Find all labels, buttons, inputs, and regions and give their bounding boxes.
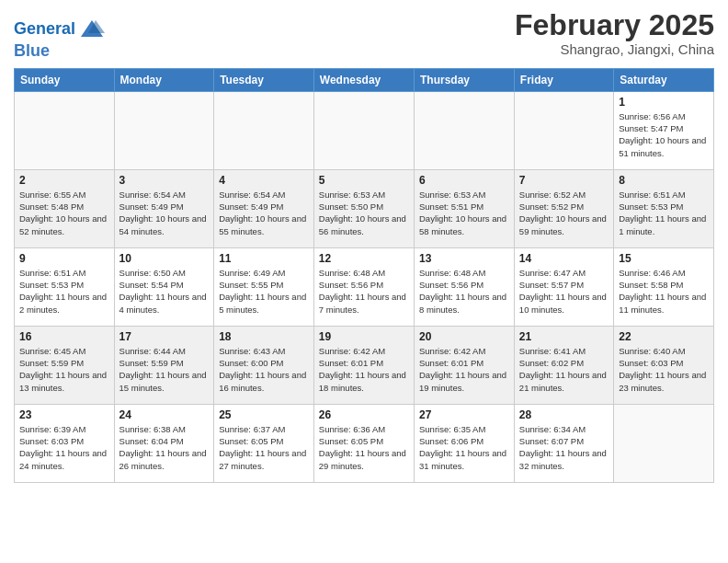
day-number: 28 [519,408,609,421]
day-info: Sunrise: 6:54 AM Sunset: 5:49 PM Dayligh… [119,189,210,237]
page: General Blue February 2025 Shangrao, Jia… [0,0,728,563]
day-number: 13 [419,252,509,265]
day-number: 25 [219,408,309,421]
day-number: 19 [319,330,409,343]
day-info: Sunrise: 6:54 AM Sunset: 5:49 PM Dayligh… [219,189,309,237]
calendar-cell: 15Sunrise: 6:46 AM Sunset: 5:58 PM Dayli… [614,247,714,326]
day-info: Sunrise: 6:48 AM Sunset: 5:56 PM Dayligh… [319,267,409,316]
day-info: Sunrise: 6:49 AM Sunset: 5:55 PM Dayligh… [219,267,309,316]
day-number: 1 [619,96,709,109]
day-info: Sunrise: 6:52 AM Sunset: 5:52 PM Dayligh… [519,189,609,237]
calendar-cell [514,91,613,169]
col-header-friday: Friday [514,68,613,91]
col-header-monday: Monday [114,68,214,91]
calendar-cell: 18Sunrise: 6:43 AM Sunset: 6:00 PM Dayli… [214,326,314,404]
day-info: Sunrise: 6:48 AM Sunset: 5:56 PM Dayligh… [419,267,509,316]
calendar-cell: 28Sunrise: 6:34 AM Sunset: 6:07 PM Dayli… [514,404,613,482]
day-number: 27 [419,408,509,421]
week-row-2: 2Sunrise: 6:55 AM Sunset: 5:48 PM Daylig… [15,169,714,247]
day-number: 23 [19,408,109,421]
day-info: Sunrise: 6:45 AM Sunset: 5:59 PM Dayligh… [19,345,109,394]
day-info: Sunrise: 6:38 AM Sunset: 6:04 PM Dayligh… [119,423,210,472]
day-info: Sunrise: 6:53 AM Sunset: 5:51 PM Dayligh… [419,189,509,237]
day-number: 6 [419,174,509,187]
logo-icon [79,17,105,42]
header-row: SundayMondayTuesdayWednesdayThursdayFrid… [15,68,714,91]
calendar-cell [614,404,714,482]
calendar-cell: 22Sunrise: 6:40 AM Sunset: 6:03 PM Dayli… [614,326,714,404]
calendar-cell: 1Sunrise: 6:56 AM Sunset: 5:47 PM Daylig… [614,91,714,169]
day-number: 17 [119,330,210,343]
calendar-cell [15,91,115,169]
calendar-cell [114,91,214,169]
day-info: Sunrise: 6:47 AM Sunset: 5:57 PM Dayligh… [519,267,609,316]
day-info: Sunrise: 6:39 AM Sunset: 6:03 PM Dayligh… [19,423,109,472]
day-info: Sunrise: 6:44 AM Sunset: 5:59 PM Dayligh… [119,345,210,394]
day-info: Sunrise: 6:42 AM Sunset: 6:01 PM Dayligh… [419,345,509,394]
day-number: 7 [519,174,609,187]
day-info: Sunrise: 6:50 AM Sunset: 5:54 PM Dayligh… [119,267,210,316]
calendar-cell: 17Sunrise: 6:44 AM Sunset: 5:59 PM Dayli… [114,326,214,404]
week-row-3: 9Sunrise: 6:51 AM Sunset: 5:53 PM Daylig… [15,247,714,326]
calendar-cell: 8Sunrise: 6:51 AM Sunset: 5:53 PM Daylig… [614,169,714,247]
day-number: 22 [619,330,709,343]
day-info: Sunrise: 6:46 AM Sunset: 5:58 PM Dayligh… [619,267,709,316]
day-info: Sunrise: 6:42 AM Sunset: 6:01 PM Dayligh… [319,345,409,394]
col-header-sunday: Sunday [15,68,115,91]
calendar-cell: 9Sunrise: 6:51 AM Sunset: 5:53 PM Daylig… [15,247,115,326]
week-row-4: 16Sunrise: 6:45 AM Sunset: 5:59 PM Dayli… [15,326,714,404]
day-number: 8 [619,174,709,187]
calendar-cell: 20Sunrise: 6:42 AM Sunset: 6:01 PM Dayli… [415,326,515,404]
day-info: Sunrise: 6:34 AM Sunset: 6:07 PM Dayligh… [519,423,609,472]
day-number: 15 [619,252,709,265]
day-info: Sunrise: 6:56 AM Sunset: 5:47 PM Dayligh… [619,110,709,159]
calendar-cell: 26Sunrise: 6:36 AM Sunset: 6:05 PM Dayli… [313,404,414,482]
logo-blue-text: Blue [14,41,50,60]
col-header-wednesday: Wednesday [313,68,414,91]
day-number: 4 [219,174,309,187]
day-number: 12 [319,252,409,265]
calendar-cell: 14Sunrise: 6:47 AM Sunset: 5:57 PM Dayli… [514,247,613,326]
calendar-cell: 11Sunrise: 6:49 AM Sunset: 5:55 PM Dayli… [214,247,314,326]
calendar-cell: 4Sunrise: 6:54 AM Sunset: 5:49 PM Daylig… [214,169,314,247]
week-row-1: 1Sunrise: 6:56 AM Sunset: 5:47 PM Daylig… [15,91,714,169]
day-number: 10 [119,252,210,265]
calendar-cell: 7Sunrise: 6:52 AM Sunset: 5:52 PM Daylig… [514,169,613,247]
day-number: 14 [519,252,609,265]
location: Shangrao, Jiangxi, China [515,41,714,57]
day-number: 11 [219,252,309,265]
month-title: February 2025 [515,9,714,41]
col-header-thursday: Thursday [415,68,515,91]
calendar-cell: 19Sunrise: 6:42 AM Sunset: 6:01 PM Dayli… [313,326,414,404]
day-info: Sunrise: 6:37 AM Sunset: 6:05 PM Dayligh… [219,423,309,472]
week-row-5: 23Sunrise: 6:39 AM Sunset: 6:03 PM Dayli… [15,404,714,482]
calendar-cell: 13Sunrise: 6:48 AM Sunset: 5:56 PM Dayli… [415,247,515,326]
day-number: 16 [19,330,109,343]
calendar-cell: 21Sunrise: 6:41 AM Sunset: 6:02 PM Dayli… [514,326,613,404]
day-info: Sunrise: 6:41 AM Sunset: 6:02 PM Dayligh… [519,345,609,394]
day-info: Sunrise: 6:53 AM Sunset: 5:50 PM Dayligh… [319,189,409,237]
day-info: Sunrise: 6:36 AM Sunset: 6:05 PM Dayligh… [319,423,409,472]
day-info: Sunrise: 6:55 AM Sunset: 5:48 PM Dayligh… [19,189,109,237]
day-number: 3 [119,174,210,187]
day-number: 26 [319,408,409,421]
calendar-cell: 3Sunrise: 6:54 AM Sunset: 5:49 PM Daylig… [114,169,214,247]
calendar-cell: 6Sunrise: 6:53 AM Sunset: 5:51 PM Daylig… [415,169,515,247]
day-number: 20 [419,330,509,343]
calendar-cell: 25Sunrise: 6:37 AM Sunset: 6:05 PM Dayli… [214,404,314,482]
day-number: 24 [119,408,210,421]
calendar-cell: 24Sunrise: 6:38 AM Sunset: 6:04 PM Dayli… [114,404,214,482]
day-info: Sunrise: 6:51 AM Sunset: 5:53 PM Dayligh… [619,189,709,237]
calendar-cell [415,91,515,169]
col-header-tuesday: Tuesday [214,68,314,91]
header: General Blue February 2025 Shangrao, Jia… [14,9,714,61]
day-info: Sunrise: 6:35 AM Sunset: 6:06 PM Dayligh… [419,423,509,472]
day-info: Sunrise: 6:40 AM Sunset: 6:03 PM Dayligh… [619,345,709,394]
day-info: Sunrise: 6:51 AM Sunset: 5:53 PM Dayligh… [19,267,109,316]
calendar-cell: 2Sunrise: 6:55 AM Sunset: 5:48 PM Daylig… [15,169,115,247]
day-number: 18 [219,330,309,343]
calendar-cell: 12Sunrise: 6:48 AM Sunset: 5:56 PM Dayli… [313,247,414,326]
day-number: 5 [319,174,409,187]
logo-text: General [14,20,75,39]
day-number: 2 [19,174,109,187]
